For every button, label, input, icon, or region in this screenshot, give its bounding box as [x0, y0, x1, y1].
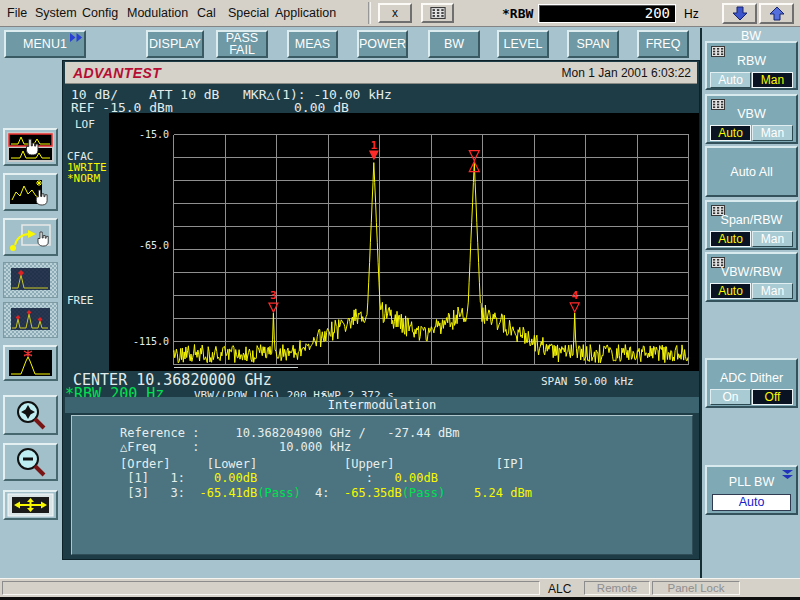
entry-label: *RBW: [502, 6, 533, 21]
intermod-reference-row: Reference : 10.368204900 GHz / -27.44 dB…: [120, 426, 460, 440]
split-trace-select-button[interactable]: [3, 128, 58, 166]
step-down-button[interactable]: [722, 3, 757, 24]
peak-markers: 314: [269, 139, 579, 312]
step-up-button[interactable]: [759, 3, 794, 24]
vbw-rbw-panel-label: VBW/RBW: [707, 265, 796, 279]
multi-marker-disabled-button: [3, 302, 58, 338]
datetime: Mon 1 Jan 2001 6:03:22: [562, 66, 691, 80]
status-bar: ALC Remote Panel Lock: [0, 578, 800, 597]
level-button[interactable]: LEVEL: [497, 30, 549, 58]
menu-file[interactable]: File: [7, 6, 27, 20]
rbw-panel: RBW Auto Man: [705, 41, 798, 90]
remote-status: Remote: [584, 581, 650, 595]
span-button[interactable]: SPAN: [567, 30, 619, 58]
menubar-divider: [368, 2, 371, 24]
power-button[interactable]: POWER: [357, 30, 408, 58]
auto-all-button[interactable]: Auto All: [705, 146, 798, 197]
adc-dither-label: ADC Dither: [707, 371, 796, 385]
adc-dither-on-button[interactable]: On: [710, 389, 751, 405]
rbw-auto-button[interactable]: Auto: [710, 72, 751, 88]
span-rbw-auto-button[interactable]: Auto: [710, 231, 751, 247]
menu1-button[interactable]: MENU1: [4, 30, 86, 58]
menu-bar: File System Config Modulation Cal Specia…: [0, 0, 800, 27]
y-axis-label-bottom: -115.0: [113, 336, 169, 347]
alc-status: ALC: [548, 582, 571, 596]
panel-lock-status: Panel Lock: [652, 581, 740, 595]
menu-system[interactable]: System: [35, 6, 77, 20]
svg-text:1: 1: [371, 139, 378, 152]
split-trace-select-icon: [6, 131, 55, 163]
vbw-man-button[interactable]: Man: [752, 125, 793, 141]
menu-special[interactable]: Special: [228, 6, 269, 20]
trace-move-icon: [6, 221, 55, 253]
menu1-label: MENU1: [23, 38, 67, 50]
full-span-icon: [6, 492, 55, 518]
span-rbw-panel-label: Span/RBW: [707, 213, 796, 227]
trace-move-button[interactable]: [3, 218, 58, 256]
entry-unit: Hz: [684, 7, 699, 21]
pll-bw-value: Auto: [712, 494, 791, 511]
menu-cal[interactable]: Cal: [197, 6, 216, 20]
brand-logo: ADVANTEST: [73, 65, 161, 81]
vbw-rbw-auto-button[interactable]: Auto: [710, 283, 751, 299]
arrow-down-icon: [729, 5, 751, 22]
rbw-panel-label: RBW: [707, 54, 796, 68]
vbw-panel-label: VBW: [707, 107, 796, 121]
trace-write-select-button[interactable]: [3, 173, 58, 211]
graticule-area: -15.0 -65.0 -115.0 314: [109, 113, 699, 371]
multi-marker-icon: [8, 306, 53, 334]
display-button[interactable]: DISPLAY: [146, 30, 204, 58]
status-message-area: [2, 581, 540, 595]
rbw-entry-field[interactable]: 200: [538, 4, 676, 23]
vbw-rbw-man-button[interactable]: Man: [752, 283, 793, 299]
menu-modulation[interactable]: Modulation: [127, 6, 188, 20]
left-toolbar: [0, 60, 62, 578]
intermod-results-panel: Reference : 10.368204900 GHz / -27.44 dB…: [71, 415, 693, 555]
intermod-deltafreq-row: △Freq : 10.000 kHz: [120, 440, 351, 454]
trace-state-lof: LOF: [75, 118, 95, 131]
span-rbw-man-button[interactable]: Man: [752, 231, 793, 247]
spectrum-plot: 314: [173, 134, 689, 365]
peak-search-icon: [7, 348, 54, 378]
zoom-in-button[interactable]: [3, 395, 58, 435]
spectrum-trace: [173, 163, 688, 363]
zoom-out-icon: [7, 445, 54, 479]
peak-search-button[interactable]: [3, 345, 58, 381]
zoom-in-icon: [7, 397, 54, 433]
rbw-entry-value: 200: [645, 5, 670, 21]
instrument-display: ADVANTEST Mon 1 Jan 2001 6:03:22 10 dB/ …: [62, 60, 700, 560]
softkey-sidebar: BW RBW Auto Man VBW Auto Man Auto All Sp…: [700, 28, 800, 578]
y-axis-label-middle: -65.0: [113, 240, 169, 251]
arrow-up-icon: [766, 5, 788, 22]
y-axis-label-top: -15.0: [113, 129, 169, 140]
full-span-button[interactable]: [3, 490, 58, 520]
span-readout: SPAN 50.00 kHz: [541, 375, 634, 388]
intermod-title: Intermodulation: [65, 397, 699, 413]
softkey-row: MENU1 DISPLAY PASS FAIL MEAS POWER BW LE…: [0, 28, 800, 60]
adc-dither-panel: ADC Dither On Off: [705, 358, 798, 408]
freq-button[interactable]: FREQ: [637, 30, 689, 58]
bw-button[interactable]: BW: [428, 30, 480, 58]
close-button[interactable]: x: [378, 3, 412, 23]
trace-state-free: FREE: [67, 294, 94, 307]
meas-button[interactable]: MEAS: [287, 30, 338, 58]
intermod-header-row: [Order] [Lower] [Upper] [IP]: [120, 457, 525, 471]
pll-bw-label: PLL BW: [707, 475, 796, 489]
adc-dither-off-button[interactable]: Off: [752, 389, 793, 405]
intermod-order3-row: [3] 3: -65.41dB(Pass) 4: -65.35dB(Pass) …: [120, 486, 532, 500]
pll-bw-panel[interactable]: PLL BW Auto: [705, 465, 798, 515]
rbw-man-button[interactable]: Man: [752, 72, 793, 88]
menu-application[interactable]: Application: [275, 6, 336, 20]
pass-fail-button[interactable]: PASS FAIL: [216, 30, 268, 58]
vbw-panel: VBW Auto Man: [705, 94, 798, 144]
menu-config[interactable]: Config: [82, 6, 118, 20]
header-strip: ADVANTEST Mon 1 Jan 2001 6:03:22: [65, 62, 697, 84]
spectrum-analyzer-screen: File System Config Modulation Cal Specia…: [0, 0, 800, 600]
svg-text:4: 4: [571, 289, 578, 302]
vbw-auto-button[interactable]: Auto: [710, 125, 751, 141]
span-rbw-panel: Span/RBW Auto Man: [705, 200, 798, 250]
keypad-button[interactable]: [421, 3, 454, 23]
marker-peak-disabled-button: [3, 262, 58, 298]
zoom-out-button[interactable]: [3, 443, 58, 481]
sweep-progress-line: [174, 367, 298, 368]
